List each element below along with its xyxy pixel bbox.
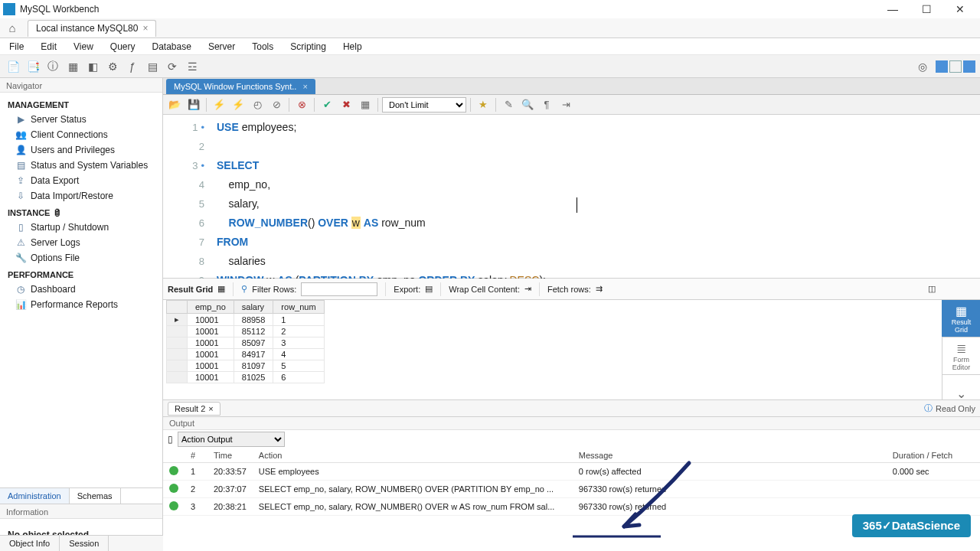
toggle-output-icon[interactable] — [963, 60, 975, 73]
tab-administration[interactable]: Administration — [0, 488, 70, 504]
close-icon[interactable]: × — [302, 82, 307, 91]
settings-icon[interactable]: ◎ — [914, 58, 931, 75]
menu-help[interactable]: Help — [340, 40, 365, 54]
ribbon-form-editor[interactable]: ≣Form Editor — [942, 337, 980, 375]
nav-dashboard[interactable]: ◷Dashboard — [0, 282, 162, 297]
nav-startup[interactable]: ▯Startup / Shutdown — [0, 220, 162, 235]
stop-icon[interactable]: ⊘ — [268, 96, 285, 113]
grid-view-icon[interactable]: ▦ — [217, 284, 225, 294]
col-salary[interactable]: salary — [234, 301, 273, 314]
nav-status-vars[interactable]: ▤Status and System Variables — [0, 158, 162, 173]
information-title: Information — [0, 504, 162, 519]
output-mode-select[interactable]: Action Output — [178, 432, 285, 447]
schema-icon[interactable]: ▤ — [144, 58, 161, 75]
result-tab[interactable]: Result 2× — [168, 402, 220, 416]
open-file-icon[interactable]: 📂 — [166, 96, 183, 113]
inspector-icon[interactable]: ⓘ — [44, 58, 61, 75]
menu-edit[interactable]: Edit — [38, 40, 60, 54]
function-icon[interactable]: ƒ — [124, 58, 141, 75]
tab-object-info[interactable]: Object Info — [0, 536, 60, 551]
navigator-panel: Navigator MANAGEMENT ▶Server Status 👥Cli… — [0, 78, 163, 551]
new-model-icon[interactable]: 📑 — [24, 58, 41, 75]
nav-client-connections[interactable]: 👥Client Connections — [0, 127, 162, 142]
autocommit-icon[interactable]: ▦ — [357, 96, 374, 113]
beautify-icon[interactable]: ★ — [475, 96, 492, 113]
section-performance: PERFORMANCE — [0, 266, 162, 282]
tab-schemas[interactable]: Schemas — [70, 488, 121, 504]
commit-icon[interactable]: ✔ — [318, 96, 335, 113]
execute-current-icon[interactable]: ⚡ — [230, 96, 247, 113]
explain-icon[interactable]: ◴ — [249, 96, 266, 113]
reports-icon: 📊 — [15, 299, 26, 310]
code-area[interactable]: USE employees; SELECT emp_no, salary, RO… — [209, 115, 980, 278]
nav-server-logs[interactable]: ⚠Server Logs — [0, 235, 162, 250]
nav-options-file[interactable]: 🔧Options File — [0, 250, 162, 266]
invisible-icon[interactable]: ⇥ — [557, 96, 574, 113]
limit-select[interactable]: Don't Limit — [382, 97, 466, 112]
query-tab[interactable]: MySQL Window Functions Synt.. × — [166, 79, 315, 94]
brush-icon[interactable]: ✎ — [500, 96, 517, 113]
wrap-icon[interactable]: ⇥ — [524, 284, 531, 294]
close-icon[interactable]: × — [208, 404, 213, 413]
menu-view[interactable]: View — [70, 40, 96, 54]
output-row[interactable]: 120:33:57USE employees0 row(s) affected0… — [163, 463, 980, 481]
export-label: Export: — [394, 285, 420, 294]
result-grid-label: Result Grid — [168, 285, 213, 294]
window-title: MySQL Workbench — [20, 4, 876, 15]
wrap-icon[interactable]: ¶ — [538, 96, 555, 113]
close-button[interactable]: ✕ — [943, 0, 977, 18]
navigator-tabs: Administration Schemas — [0, 487, 162, 504]
debug-icon[interactable]: ☲ — [184, 58, 201, 75]
reconnect-icon[interactable]: ⟳ — [164, 58, 181, 75]
filter-icon[interactable]: ⚲ — [241, 284, 247, 294]
toggle-secondary-icon[interactable] — [949, 60, 962, 73]
menu-tools[interactable]: Tools — [249, 40, 276, 54]
logs-icon: ⚠ — [15, 237, 26, 248]
menu-scripting[interactable]: Scripting — [287, 40, 329, 54]
procedure-icon[interactable]: ⚙ — [104, 58, 121, 75]
query-tabbar: MySQL Window Functions Synt.. × — [163, 78, 980, 95]
output-mode-icon[interactable]: ▯ — [168, 434, 173, 445]
menu-query[interactable]: Query — [107, 40, 139, 54]
navigator-title: Navigator — [0, 78, 162, 93]
rollback-icon[interactable]: ✖ — [338, 96, 354, 113]
export-icon[interactable]: ▤ — [425, 284, 433, 294]
menu-file[interactable]: File — [6, 40, 27, 54]
col-empno[interactable]: emp_no — [188, 301, 234, 314]
output-row[interactable]: 320:38:21SELECT emp_no, salary, ROW_NUMB… — [163, 498, 980, 516]
output-row[interactable]: 220:37:07SELECT emp_no, salary, ROW_NUMB… — [163, 481, 980, 498]
execute-icon[interactable]: ⚡ — [211, 96, 227, 113]
search-icon[interactable]: 🔍 — [519, 96, 536, 113]
home-icon[interactable]: ⌂ — [5, 21, 20, 36]
connection-tab[interactable]: Local instance MySQL80 × — [28, 20, 156, 37]
section-management: MANAGEMENT — [0, 96, 162, 112]
panel-toggles — [934, 60, 975, 73]
ribbon-result-grid[interactable]: ▦Result Grid — [942, 300, 980, 337]
new-sql-icon[interactable]: 📄 — [5, 58, 21, 75]
col-rownum[interactable]: row_num — [273, 301, 324, 314]
filter-input[interactable] — [301, 282, 377, 296]
menu-database[interactable]: Database — [149, 40, 194, 54]
nav-perf-reports[interactable]: 📊Performance Reports — [0, 297, 162, 312]
table-icon[interactable]: ▦ — [64, 58, 81, 75]
ribbon-more[interactable]: ⌄ — [942, 374, 980, 399]
nav-data-import[interactable]: ⇩Data Import/Restore — [0, 188, 162, 204]
nav-users-privileges[interactable]: 👤Users and Privileges — [0, 142, 162, 158]
close-icon[interactable]: × — [142, 23, 148, 34]
tab-session[interactable]: Session — [60, 536, 109, 551]
sql-editor[interactable]: 1•23•456789 USE employees; SELECT emp_no… — [163, 115, 980, 279]
view-icon[interactable]: ◧ — [84, 58, 101, 75]
maximize-button[interactable]: ☐ — [910, 0, 943, 18]
nav-data-export[interactable]: ⇪Data Export — [0, 173, 162, 188]
form-icon: ≣ — [956, 341, 966, 356]
result-grid[interactable]: emp_no salary row_num ▸10001889581 10001… — [163, 300, 980, 399]
menu-server[interactable]: Server — [205, 40, 238, 54]
save-icon[interactable]: 💾 — [185, 96, 202, 113]
toggle-sidebar-icon[interactable] — [936, 60, 948, 73]
cancel-icon[interactable]: ⊗ — [293, 96, 310, 113]
nav-server-status[interactable]: ▶Server Status — [0, 112, 162, 127]
maximize-panel-icon[interactable]: ◫ — [928, 284, 936, 294]
export-icon: ⇪ — [15, 175, 26, 186]
minimize-button[interactable]: — — [876, 0, 910, 18]
fetch-icon[interactable]: ⇉ — [596, 284, 603, 294]
